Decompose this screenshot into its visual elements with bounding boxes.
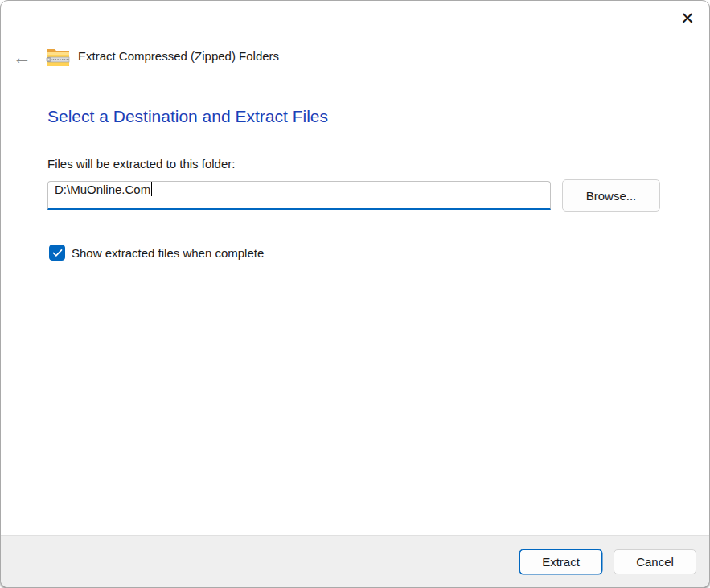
- text-caret: [151, 182, 152, 196]
- zipped-folder-icon: [46, 47, 70, 68]
- extract-wizard-dialog: ✕ ← Extract Compressed (Zipped) Folders …: [0, 0, 710, 588]
- destination-path-input[interactable]: D:\MuOnline.Com: [47, 181, 551, 210]
- destination-path-value: D:\MuOnline.Com: [55, 183, 150, 196]
- cancel-button[interactable]: Cancel: [614, 549, 696, 574]
- browse-button[interactable]: Browse...: [562, 179, 660, 212]
- checkbox-label: Show extracted files when complete: [72, 246, 264, 260]
- dialog-header: ← Extract Compressed (Zipped) Folders: [1, 44, 709, 70]
- dialog-title: Extract Compressed (Zipped) Folders: [78, 49, 279, 63]
- show-files-checkbox-row[interactable]: Show extracted files when complete: [49, 245, 264, 261]
- close-icon[interactable]: ✕: [674, 6, 701, 31]
- back-arrow-icon[interactable]: ←: [10, 44, 33, 70]
- dialog-footer: Extract Cancel: [1, 535, 709, 587]
- page-title: Select a Destination and Extract Files: [47, 107, 328, 126]
- checkbox-checked-icon[interactable]: [49, 245, 65, 261]
- extract-button[interactable]: Extract: [519, 549, 602, 574]
- destination-label: Files will be extracted to this folder:: [47, 157, 235, 171]
